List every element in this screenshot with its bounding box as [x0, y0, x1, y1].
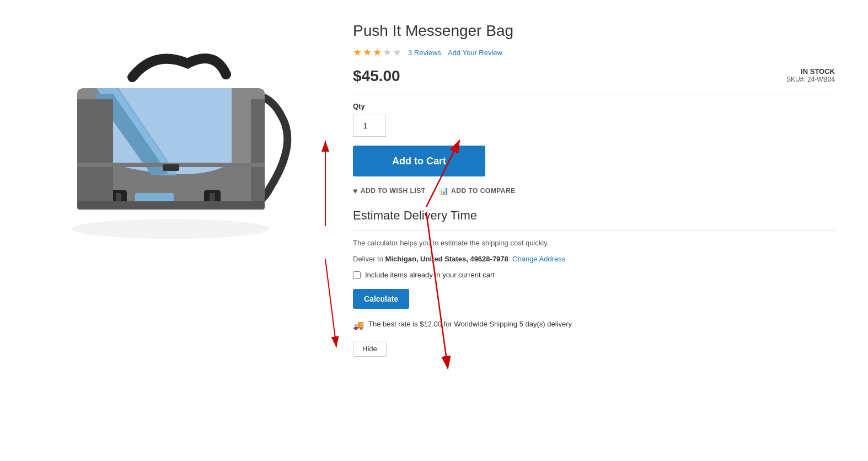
svg-point-0	[72, 219, 270, 239]
star-1: ★	[353, 46, 362, 58]
include-cart-checkbox[interactable]	[353, 271, 361, 279]
change-address-link[interactable]: Change Address	[512, 255, 565, 263]
star-2: ★	[363, 46, 372, 58]
add-to-compare-link[interactable]: 📊 ADD TO COMPARE	[439, 186, 516, 195]
star-4: ★	[383, 46, 392, 58]
svg-rect-8	[77, 99, 113, 201]
product-image-wrapper	[44, 33, 298, 243]
hide-button[interactable]: Hide	[353, 341, 387, 357]
price-divider	[353, 94, 835, 94]
heart-icon: ♥	[353, 186, 358, 195]
delivery-divider	[353, 230, 835, 231]
add-to-wishlist-link[interactable]: ♥ ADD TO WISH LIST	[353, 186, 426, 195]
include-cart-label: Include items already in your current ca…	[365, 271, 495, 279]
bar-chart-icon: 📊	[439, 186, 449, 195]
add-to-cart-button[interactable]: Add to Cart	[353, 146, 485, 176]
page-container: Push It Messenger Bag ★ ★ ★ ★ ★ 3 Review…	[0, 0, 868, 379]
price-stock-row: $45.00 IN STOCK SKU#: 24-WB04	[353, 67, 835, 85]
svg-rect-5	[210, 193, 215, 201]
star-5: ★	[393, 46, 401, 58]
svg-line-14	[325, 259, 336, 347]
shipping-result-text: The best rate is $12.00 for Worldwide Sh…	[368, 319, 572, 330]
star-rating: ★ ★ ★ ★ ★	[353, 46, 401, 58]
truck-icon: 🚚	[353, 319, 364, 332]
add-review-link[interactable]: Add Your Review	[448, 49, 502, 57]
star-3: ★	[373, 46, 382, 58]
svg-rect-7	[77, 201, 265, 210]
include-cart-row: Include items already in your current ca…	[353, 271, 835, 279]
qty-input[interactable]	[353, 115, 386, 137]
product-details-column: Push It Messenger Bag ★ ★ ★ ★ ★ 3 Review…	[309, 22, 835, 357]
wishlist-label: ADD TO WISH LIST	[361, 187, 426, 195]
product-image	[44, 33, 298, 243]
deliver-to-location: Michigan, United States, 49628-7978	[385, 255, 508, 263]
stock-status: IN STOCK	[786, 67, 835, 76]
deliver-to-info: Deliver to Michigan, United States, 4962…	[353, 255, 835, 263]
delivery-section-title: Estimate Delivery Time	[353, 208, 835, 223]
rating-row: ★ ★ ★ ★ ★ 3 Reviews Add Your Review	[353, 46, 835, 58]
wishlist-compare-row: ♥ ADD TO WISH LIST 📊 ADD TO COMPARE	[353, 186, 835, 195]
delivery-desc: The calculator helps you to estimate the…	[353, 239, 835, 247]
deliver-to-prefix: Deliver to	[353, 255, 383, 263]
product-price: $45.00	[353, 67, 400, 85]
shipping-result: 🚚 The best rate is $12.00 for Worldwide …	[353, 319, 574, 332]
calculate-button[interactable]: Calculate	[353, 289, 409, 309]
compare-label: ADD TO COMPARE	[451, 187, 516, 195]
product-title: Push It Messenger Bag	[353, 22, 835, 40]
qty-label: Qty	[353, 102, 835, 110]
sku-label: SKU#:	[786, 76, 806, 83]
svg-rect-9	[251, 99, 265, 201]
sku-value: 24-WB04	[807, 76, 835, 83]
svg-rect-11	[163, 164, 179, 171]
product-image-column	[33, 22, 309, 357]
svg-rect-3	[116, 193, 121, 201]
reviews-link[interactable]: 3 Reviews	[408, 49, 441, 57]
stock-sku-block: IN STOCK SKU#: 24-WB04	[786, 67, 835, 83]
sku-info: SKU#: 24-WB04	[786, 76, 835, 83]
